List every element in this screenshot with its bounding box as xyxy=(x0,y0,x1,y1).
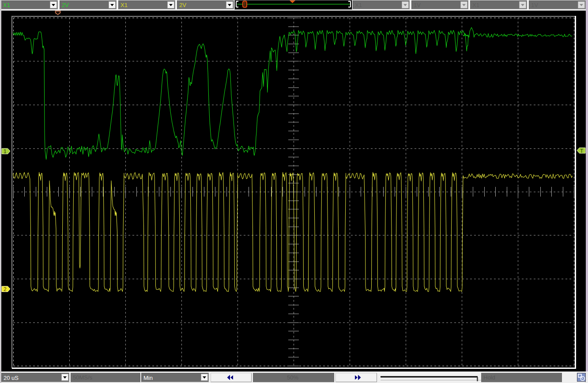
svg-text:T: T xyxy=(580,148,584,154)
svg-text:2: 2 xyxy=(4,286,7,292)
svg-text:1: 1 xyxy=(4,148,7,155)
